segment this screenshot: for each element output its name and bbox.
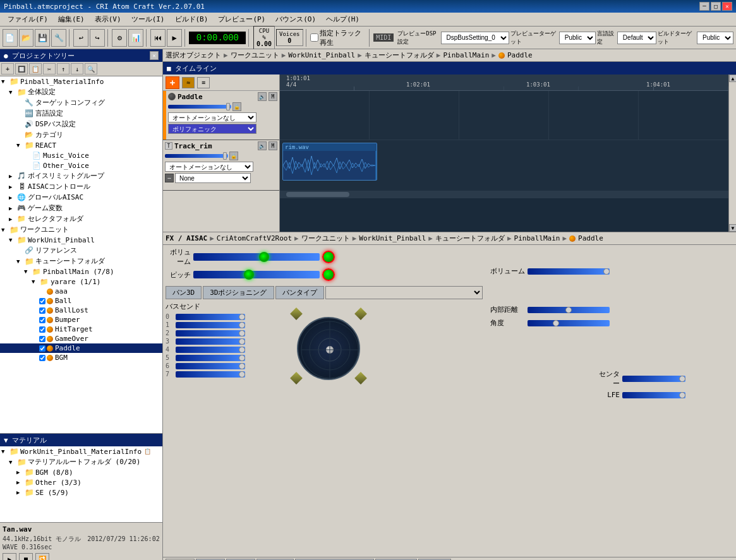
language-select[interactable]: Default	[617, 32, 656, 44]
tree-btn3[interactable]: 📋	[29, 63, 42, 74]
tree-btn4[interactable]: ✂	[43, 63, 56, 74]
paddle-lock-icon[interactable]: 🔒	[232, 102, 241, 111]
pantype-select[interactable]	[326, 287, 483, 299]
tree-item-balllost[interactable]: BallLost	[0, 306, 162, 315]
bus-slider-1[interactable]	[176, 322, 245, 328]
mat-item-bgm[interactable]: ▶ 📁 BGM (8/8)	[0, 467, 162, 477]
gameover-checkbox[interactable]	[39, 336, 45, 342]
timeline-vscroll[interactable]: ▲ ▼	[728, 74, 736, 232]
redo-button[interactable]: ↪	[90, 29, 105, 47]
panel-close-icon[interactable]: ✕	[150, 51, 159, 60]
mat-item-se[interactable]: ▶ 📁 SE (5/9)	[0, 487, 162, 497]
bgm-checkbox[interactable]	[39, 355, 45, 361]
tree-item-targetconfig[interactable]: 🔧 ターゲットコンフィグ	[0, 97, 162, 108]
bus-slider-7[interactable]	[176, 371, 245, 378]
pantype-tab[interactable]: パンタイプ	[275, 286, 324, 299]
tree-item-dsp[interactable]: 🔊 DSPバス設定	[0, 119, 162, 129]
menu-build[interactable]: ビルド(B)	[170, 13, 214, 25]
tree-item-yarare[interactable]: ▼ 📁 yarare (1/1)	[0, 277, 162, 287]
tree-item-lang[interactable]: 🔤 言語設定	[0, 108, 162, 119]
scrollbar-thumb[interactable]	[286, 192, 349, 197]
menu-tools[interactable]: ツール(I)	[126, 13, 170, 25]
play-back-button[interactable]: ⏮	[150, 29, 166, 47]
tb-icon4[interactable]: 🔧	[51, 29, 66, 47]
pan3d-circle[interactable]	[297, 317, 360, 380]
tree-item-aisac[interactable]: ▶ 🎛 AISACコントロール	[0, 181, 162, 192]
paddle-vol-icon[interactable]: 🔈	[258, 92, 267, 101]
mat-item-other[interactable]: ▶ 📁 Other (3/3)	[0, 477, 162, 487]
tree-item-globalaisac[interactable]: ▶ 🌐 グローバルAISAC	[0, 192, 162, 203]
bus-slider-3[interactable]	[176, 338, 245, 345]
balllost-checkbox[interactable]	[39, 307, 45, 314]
tb-icon7[interactable]: ⚙	[112, 29, 127, 47]
timeline-scrollbar[interactable]	[280, 191, 728, 198]
bus-slider-4[interactable]	[176, 347, 245, 353]
rim-vol-icon[interactable]: 🔈	[258, 141, 267, 150]
rim-volume-slider[interactable]	[165, 154, 228, 158]
tree-item-othervoice[interactable]: 📄 Other_Voice	[0, 160, 162, 170]
tree-item-workunit[interactable]: ▼ 📁 ワークユニット	[0, 224, 162, 235]
tree-item-gameover[interactable]: GameOver	[0, 334, 162, 343]
tree-btn5[interactable]: ↑	[57, 63, 69, 74]
play-button[interactable]: ▶	[167, 29, 182, 47]
material-header[interactable]: ▼ マテリアル	[0, 434, 162, 446]
lfe-slider[interactable]	[622, 392, 685, 398]
timeline-area[interactable]: 1:01:014/4 1:02:01 1:03:01 1:04:01 2:0	[280, 74, 728, 232]
tree-item-musicvoice[interactable]: 📄 Music_Voice	[0, 150, 162, 160]
rim-mode-select[interactable]: None	[175, 173, 251, 183]
tree-item-voicelimit[interactable]: ▶ 🎵 ボイスリミットグループ	[0, 170, 162, 181]
center-slider[interactable]	[622, 376, 685, 382]
mat-item-root[interactable]: ▼ 📁 WorkUnit_Pinball_MaterialInfo 📋	[0, 446, 162, 456]
tree-item-materialinfo[interactable]: ▼ 📁 Pinball_MaterialInfo	[0, 76, 162, 86]
preview-target-select[interactable]: Public	[559, 32, 596, 44]
bus-slider-2[interactable]	[176, 330, 245, 337]
open-button[interactable]: 📂	[19, 29, 34, 47]
track-play-checkbox[interactable]	[310, 33, 318, 42]
pos3d-tab[interactable]: 3Dポジショニング	[203, 286, 274, 299]
menu-bounce[interactable]: バウンス(O)	[270, 13, 321, 25]
material-tree[interactable]: ▼ 📁 WorkUnit_Pinball_MaterialInfo 📋 ▼ 📁 …	[0, 446, 162, 522]
tree-item-bgm[interactable]: BGM	[0, 353, 162, 362]
scroll-down-btn[interactable]: ▼	[729, 224, 736, 232]
rim-automation-select[interactable]: オートメーションなし	[165, 162, 253, 172]
volume-slider-thumb[interactable]	[259, 252, 269, 262]
build-target-select[interactable]: Public	[697, 32, 733, 44]
tb-icon8[interactable]: 📊	[128, 29, 143, 47]
menu-preview[interactable]: プレビュー(P)	[213, 13, 270, 25]
fx-right-volume-slider[interactable]	[528, 268, 610, 275]
tree-item-reference[interactable]: 🔗 リファレンス	[0, 245, 162, 256]
menu-help[interactable]: ヘルプ(H)	[321, 13, 365, 25]
bus-slider-0[interactable]	[176, 314, 245, 320]
tree-item-ball[interactable]: Ball	[0, 296, 162, 306]
tree-item-category[interactable]: 📂 カテゴリ	[0, 129, 162, 140]
tree-btn1[interactable]: +	[1, 63, 14, 74]
angle-slider[interactable]	[528, 320, 610, 326]
pitch-slider[interactable]	[193, 271, 320, 278]
timeline-add-button[interactable]: +	[166, 76, 179, 89]
tree-item-gamevar[interactable]: ▶ 🎮 ゲーム変数	[0, 203, 162, 213]
pitch-slider-thumb[interactable]	[244, 270, 254, 280]
new-button[interactable]: 📄	[3, 29, 18, 47]
tree-btn6[interactable]: ↓	[71, 63, 83, 74]
file-play-button[interactable]: ▶	[3, 553, 16, 560]
tree-btn2[interactable]: 🔲	[15, 63, 28, 74]
timeline-wave-icon[interactable]: ≈	[182, 77, 195, 88]
innerdist-slider[interactable]	[528, 307, 610, 313]
paddle-volume-slider[interactable]	[168, 105, 231, 109]
menu-edit[interactable]: 編集(E)	[53, 13, 90, 25]
tree-item-hittarget[interactable]: HitTarget	[0, 325, 162, 334]
ball-checkbox[interactable]	[39, 298, 45, 304]
minimize-button[interactable]: ─	[699, 2, 709, 11]
rim-mute-icon[interactable]: M	[268, 141, 277, 150]
paddle-mute-icon[interactable]: M	[268, 92, 277, 101]
file-loop-button[interactable]: 🔁	[35, 553, 49, 560]
save-button[interactable]: 💾	[35, 29, 50, 47]
tree-item-aaa[interactable]: aaa	[0, 287, 162, 296]
tree-item-bumper[interactable]: Bumper	[0, 315, 162, 325]
preview-dsp-select[interactable]: DspBusSetting_0	[441, 32, 509, 44]
menu-view[interactable]: 表示(V)	[90, 13, 126, 25]
bumper-checkbox[interactable]	[39, 317, 45, 323]
tree-item-selector[interactable]: ▶ 📁 セレクタフォルダ	[0, 213, 162, 224]
tree-item-workunit-pinball[interactable]: ▼ 📁 WorkUnit_Pinball	[0, 235, 162, 245]
tree-btn7[interactable]: 🔍	[85, 63, 97, 74]
